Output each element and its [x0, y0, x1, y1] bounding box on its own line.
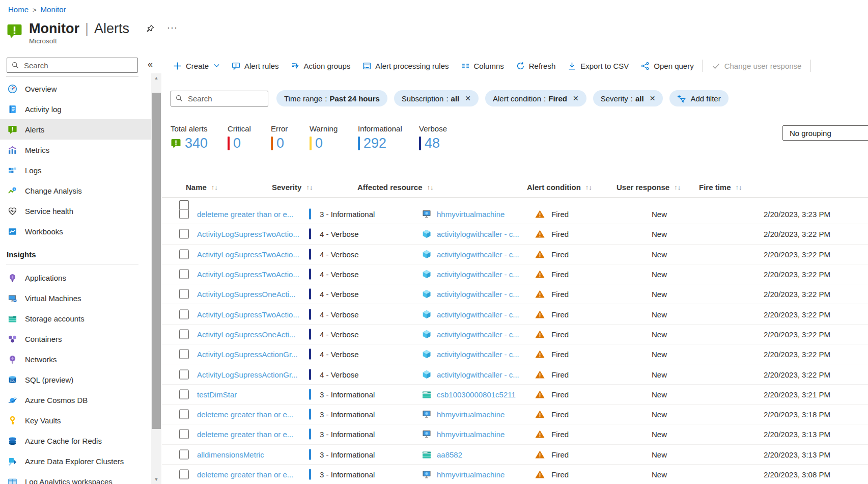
applications[interactable]: Applications [0, 267, 151, 288]
alerts-search-input[interactable] [187, 94, 290, 103]
key-vaults[interactable]: Key Vaults [0, 410, 151, 431]
row-checkbox[interactable] [179, 209, 189, 219]
metrics[interactable]: Metrics [0, 140, 151, 160]
alert-name-link[interactable]: deleteme greater than or e... [197, 430, 293, 439]
pin-icon[interactable] [146, 24, 155, 33]
resource-link[interactable]: hhmyvirtualmachine [437, 410, 505, 419]
sidebar-search-input[interactable] [23, 61, 133, 70]
alert-name-link[interactable]: ActivityLogSupressOneActi... [197, 330, 295, 338]
alert-rules[interactable]: Alert rules [226, 57, 285, 74]
alert-name-link[interactable]: alldimensionsMetric [197, 450, 264, 459]
name[interactable]: Name ↑↓ [186, 183, 218, 192]
alert-name-link[interactable]: ActivityLogSupressTwoActio... [197, 230, 299, 238]
log-analytics-workspaces[interactable]: Log Analytics workspaces [0, 471, 151, 484]
sort-icon[interactable]: ↑↓ [736, 183, 742, 192]
change-user-response[interactable]: Change user response [706, 57, 808, 74]
remove-filter-icon[interactable]: ✕ [573, 94, 579, 102]
sort-icon[interactable]: ↑↓ [674, 183, 681, 192]
virtual-machines[interactable]: Virtual Machines [0, 288, 151, 308]
columns[interactable]: Columns [455, 57, 510, 74]
table-row[interactable]: ActivityLogSupressTwoActio... 4 - Verbos… [162, 224, 868, 244]
alert-condition[interactable]: Alert condition ↑↓ [527, 183, 592, 192]
resource-link[interactable]: activitylogwithcaller - c... [437, 370, 519, 379]
azure-data-explorer-clusters[interactable]: Azure Data Explorer Clusters [0, 451, 151, 471]
create[interactable]: Create [167, 57, 226, 74]
row-checkbox[interactable] [179, 389, 189, 399]
breadcrumb-home[interactable]: Home [8, 5, 29, 14]
resource-link[interactable]: hhmyvirtualmachine [437, 210, 505, 219]
sort-icon[interactable]: ↑↓ [427, 183, 434, 192]
open-query[interactable]: Open query [635, 57, 699, 74]
fire-time[interactable]: Fire time ↑↓ [699, 183, 742, 192]
table-row[interactable]: alldimensionsMetric 3 - Informational aa… [162, 445, 868, 465]
alert-name-link[interactable]: deleteme greater than or e... [197, 470, 293, 479]
alert-processing-rules[interactable]: Alert processing rules [356, 57, 455, 74]
resource-link[interactable]: activitylogwithcaller - c... [437, 350, 519, 359]
row-checkbox[interactable] [179, 349, 189, 359]
logs[interactable]: Logs [0, 160, 151, 180]
action-groups[interactable]: Action groups [285, 57, 357, 74]
storage-accounts[interactable]: Storage accounts [0, 308, 151, 329]
row-checkbox[interactable] [179, 229, 189, 239]
table-row[interactable]: deleteme greater than or e... 3 - Inform… [162, 204, 868, 224]
alert-name-link[interactable]: ActivityLogSupressTwoActio... [197, 270, 299, 279]
resource-link[interactable]: hhmyvirtualmachine [437, 470, 505, 479]
sidebar-scrollbar[interactable]: ▲ ▼ [151, 73, 161, 484]
networks[interactable]: Networks [0, 349, 151, 369]
service-health[interactable]: Service health [0, 201, 151, 221]
table-row[interactable]: ActivityLogSupressTwoActio... 4 - Verbos… [162, 304, 868, 324]
sql-preview[interactable]: SQL SQL (preview) [0, 369, 151, 390]
user-response[interactable]: User response ↑↓ [617, 183, 681, 192]
table-row[interactable]: ActivityLogSupressActionGr... 4 - Verbos… [162, 344, 868, 364]
remove-filter-icon[interactable]: ✕ [650, 94, 656, 102]
table-row[interactable]: deleteme greater than or e... 3 - Inform… [162, 465, 868, 484]
row-checkbox[interactable] [179, 270, 189, 279]
row-checkbox[interactable] [179, 309, 189, 319]
export-to-csv[interactable]: Export to CSV [562, 57, 635, 74]
table-row[interactable]: testDimStar 3 - Informational csb1003000… [162, 385, 868, 405]
collapse-sidebar-icon[interactable]: « [148, 59, 153, 70]
row-checkbox[interactable] [179, 289, 189, 299]
resource-link[interactable]: csb10030000801c5211 [437, 390, 516, 398]
resource-link[interactable]: activitylogwithcaller - c... [437, 250, 519, 258]
alert-name-link[interactable]: deleteme greater than or e... [197, 210, 293, 219]
row-checkbox[interactable] [179, 429, 189, 439]
row-checkbox[interactable] [179, 470, 189, 479]
sort-icon[interactable]: ↑↓ [306, 183, 313, 192]
azure-cosmos-db[interactable]: Azure Cosmos DB [0, 390, 151, 410]
row-checkbox[interactable] [179, 410, 189, 419]
time-range[interactable]: Time range : Past 24 hours [276, 90, 387, 106]
table-row[interactable]: ActivityLogSupressActionGr... 4 - Verbos… [162, 364, 868, 384]
alert-name-link[interactable]: ActivityLogSupressActionGr... [197, 370, 298, 379]
resource-link[interactable]: aa8582 [437, 450, 462, 459]
row-checkbox[interactable] [179, 329, 189, 339]
remove-filter-icon[interactable]: ✕ [465, 94, 471, 102]
containers[interactable]: Containers [0, 329, 151, 349]
resource-link[interactable]: activitylogwithcaller - c... [437, 270, 519, 279]
resource-link[interactable]: activitylogwithcaller - c... [437, 310, 519, 318]
scrollbar-thumb[interactable] [152, 93, 161, 429]
resource-link[interactable]: activitylogwithcaller - c... [437, 330, 519, 338]
add-filter-button[interactable]: Add filter [669, 90, 728, 106]
refresh[interactable]: Refresh [510, 57, 562, 74]
resource-link[interactable]: activitylogwithcaller - c... [437, 290, 519, 299]
scroll-up-icon[interactable]: ▲ [151, 73, 161, 83]
alert-name-link[interactable]: deleteme greater than or e... [197, 410, 293, 419]
azure-cache-for-redis[interactable]: Azure Cache for Redis [0, 431, 151, 451]
affected-resource[interactable]: Affected resource ↑↓ [357, 183, 434, 192]
alert-name-link[interactable]: ActivityLogSupressTwoActio... [197, 250, 299, 258]
more-icon[interactable]: ··· [167, 19, 178, 36]
table-row[interactable]: ActivityLogSupressOneActi... 4 - Verbose… [162, 284, 868, 304]
sort-icon[interactable]: ↑↓ [211, 183, 218, 192]
row-checkbox[interactable] [179, 249, 189, 259]
scroll-down-icon[interactable]: ▼ [151, 475, 161, 484]
severity[interactable]: Severity ↑↓ [272, 183, 313, 192]
table-row[interactable]: ActivityLogSupressTwoActio... 4 - Verbos… [162, 245, 868, 264]
change-analysis[interactable]: Change Analysis [0, 180, 151, 201]
alert-name-link[interactable]: ActivityLogSupressOneActi... [197, 290, 295, 299]
workbooks[interactable]: Workbooks [0, 221, 151, 241]
resource-link[interactable]: activitylogwithcaller - c... [437, 230, 519, 238]
severity[interactable]: Severity : all ✕ [593, 90, 663, 106]
table-row[interactable]: ActivityLogSupressTwoActio... 4 - Verbos… [162, 264, 868, 284]
alert-name-link[interactable]: testDimStar [197, 390, 237, 398]
